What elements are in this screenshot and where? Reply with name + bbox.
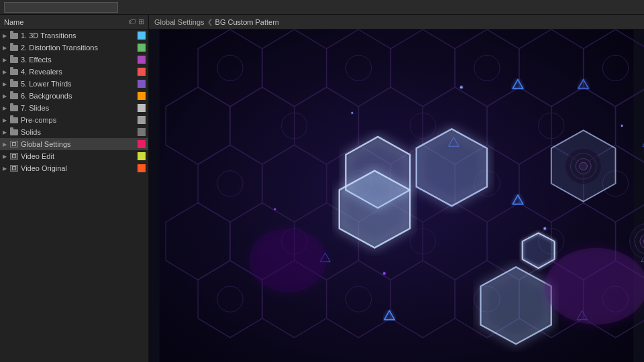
- item-color-indicator: [138, 140, 146, 148]
- item-label: 1. 3D Transitions: [21, 32, 138, 40]
- sidebar-name-label: Name: [4, 18, 128, 26]
- item-label: Video Edit: [21, 152, 138, 160]
- sidebar-item-lower-thirds[interactable]: ▶5. Lower Thirds: [0, 78, 148, 90]
- search-input[interactable]: [4, 2, 118, 13]
- comp-icon: [9, 164, 19, 172]
- breadcrumb-item-1: BG Custom Pattern: [215, 18, 279, 26]
- folder-icon: [9, 116, 19, 124]
- item-label: 6. Backgrounds: [21, 92, 138, 100]
- sidebar-list: ▶1. 3D Transitions▶2. Distortion Transit…: [0, 29, 148, 362]
- item-color-indicator: [138, 116, 146, 124]
- sidebar-item-video-original[interactable]: ▶Video Original: [0, 162, 148, 174]
- expand-arrow: ▶: [3, 33, 9, 39]
- item-color-indicator: [138, 92, 146, 100]
- item-color-indicator: [138, 128, 146, 136]
- svg-point-84: [383, 272, 386, 275]
- label-icon[interactable]: 🏷: [128, 17, 136, 26]
- expand-arrow: ▶: [3, 166, 9, 172]
- svg-point-80: [351, 112, 353, 114]
- item-label: 5. Lower Thirds: [21, 80, 138, 88]
- expand-arrow: ▶: [3, 154, 9, 160]
- expand-arrow: ▶: [3, 117, 9, 123]
- sidebar-item-distortion-transitions[interactable]: ▶2. Distortion Transitions: [0, 42, 148, 54]
- preview-area: [149, 29, 644, 362]
- hex-preview-svg: [149, 29, 644, 362]
- item-color-indicator: [138, 68, 146, 76]
- folder-icon: [9, 56, 19, 64]
- svg-point-83: [621, 125, 623, 127]
- sidebar-header: Name 🏷 ⊞: [0, 15, 148, 29]
- sidebar-item-revealers[interactable]: ▶4. Revealers: [0, 66, 148, 78]
- folder-icon: [9, 68, 19, 76]
- folder-icon: [9, 80, 19, 88]
- item-label: Solids: [21, 128, 138, 136]
- svg-point-85: [545, 248, 644, 325]
- item-label: Global Settings: [21, 140, 138, 148]
- expand-arrow: ▶: [3, 141, 9, 147]
- expand-arrow: ▶: [3, 129, 9, 135]
- folder-icon: [9, 32, 19, 40]
- item-color-indicator: [138, 164, 146, 172]
- item-label: 2. Distortion Transitions: [21, 44, 138, 52]
- item-label: Video Original: [21, 164, 138, 172]
- sidebar-item-slides[interactable]: ▶7. Slides: [0, 102, 148, 114]
- breadcrumb-separator: ❮: [207, 18, 213, 25]
- sidebar-item-solids[interactable]: ▶Solids: [0, 126, 148, 138]
- content-area: Global Settings ❮ BG Custom Pattern: [149, 15, 644, 362]
- item-label: Pre-comps: [21, 116, 138, 124]
- expand-arrow: ▶: [3, 81, 9, 87]
- item-color-indicator: [138, 152, 146, 160]
- expand-arrow: ▶: [3, 105, 9, 111]
- expand-arrow: ▶: [3, 57, 9, 63]
- comp-icon: [9, 140, 19, 148]
- folder-icon: [9, 92, 19, 100]
- folder-icon: [9, 104, 19, 112]
- item-color-indicator: [138, 44, 146, 52]
- breadcrumb-item-0[interactable]: Global Settings: [154, 18, 205, 26]
- sidebar-item-backgrounds[interactable]: ▶6. Backgrounds: [0, 90, 148, 102]
- item-color-indicator: [138, 32, 146, 40]
- svg-point-86: [250, 229, 327, 293]
- sidebar-item-effects[interactable]: ▶3. Effects: [0, 54, 148, 66]
- item-label: 3. Effects: [21, 56, 138, 64]
- grid-icon[interactable]: ⊞: [138, 17, 144, 26]
- svg-point-82: [274, 208, 276, 210]
- item-color-indicator: [138, 56, 146, 64]
- comp-icon: [9, 152, 19, 160]
- item-label: 4. Revealers: [21, 68, 138, 76]
- expand-arrow: ▶: [3, 93, 9, 99]
- breadcrumb-bar: Global Settings ❮ BG Custom Pattern: [149, 15, 644, 29]
- sidebar-item-3d-transitions[interactable]: ▶1. 3D Transitions: [0, 29, 148, 42]
- svg-point-79: [460, 86, 463, 88]
- folder-icon: [9, 128, 19, 136]
- item-label: 7. Slides: [21, 104, 138, 112]
- main-layout: Name 🏷 ⊞ ▶1. 3D Transitions▶2. Distortio…: [0, 15, 644, 362]
- folder-icon: [9, 44, 19, 52]
- expand-arrow: ▶: [3, 69, 9, 75]
- sidebar-item-pre-comps[interactable]: ▶Pre-comps: [0, 114, 148, 126]
- sidebar-item-global-settings[interactable]: ▶Global Settings: [0, 138, 148, 150]
- sidebar-item-video-edit[interactable]: ▶Video Edit: [0, 150, 148, 162]
- item-color-indicator: [138, 104, 146, 112]
- svg-point-74: [580, 162, 587, 170]
- search-wrapper: 🔍: [4, 2, 118, 13]
- item-color-indicator: [138, 80, 146, 88]
- sidebar-header-icons: 🏷 ⊞: [128, 17, 144, 26]
- sidebar: Name 🏷 ⊞ ▶1. 3D Transitions▶2. Distortio…: [0, 15, 149, 362]
- top-bar: 🔍: [0, 0, 644, 15]
- expand-arrow: ▶: [3, 45, 9, 51]
- svg-point-81: [543, 227, 546, 230]
